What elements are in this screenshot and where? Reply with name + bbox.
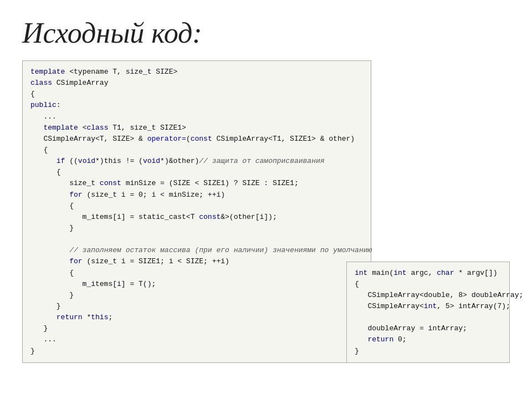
code-line: {	[30, 167, 363, 178]
code-line: {	[355, 279, 502, 290]
code-line	[355, 312, 502, 323]
main-code-box: template <typename T, size_t SIZE> class…	[22, 60, 371, 363]
code-line: public:	[30, 100, 363, 111]
code-line: return 0;	[355, 334, 502, 345]
code-line: int main(int argc, char * argv[])	[355, 268, 502, 279]
code-line: }	[355, 346, 502, 357]
code-line: {	[30, 89, 363, 100]
code-line: m_items[i] = T();	[30, 279, 363, 290]
code-line: }	[30, 346, 363, 357]
code-line: return *this;	[30, 312, 363, 323]
code-line: CSimpleArray<double, 8> doubleArray;	[355, 290, 502, 301]
code-line: }	[30, 323, 363, 334]
code-line: template <typename T, size_t SIZE>	[30, 66, 363, 78]
code-line: ...	[30, 111, 363, 122]
code-line: if ((void*)this != (void*)&other)// защи…	[30, 156, 363, 167]
code-line: for (size_t i = 0; i < minSize; ++i)	[30, 190, 363, 201]
page-title: Исходный код:	[22, 17, 510, 49]
code-line: size_t const minSize = (SIZE < SIZE1) ? …	[30, 178, 363, 189]
code-line: m_items[i] = static_cast<T const&>(other…	[30, 212, 363, 223]
page-container: Исходный код: template <typename T, size…	[0, 0, 532, 399]
code-line: ...	[30, 334, 363, 345]
secondary-code-box: int main(int argc, char * argv[]) { CSim…	[346, 262, 510, 363]
code-line: template <class T1, size_t SIZE1>	[30, 122, 363, 134]
code-line: }	[30, 290, 363, 301]
code-line: }	[30, 223, 363, 234]
code-line: for (size_t i = SIZE1; i < SIZE; ++i)	[30, 256, 363, 267]
code-line: // заполняем остаток массива (при его на…	[30, 245, 363, 256]
code-line: {	[30, 268, 363, 279]
code-area: template <typename T, size_t SIZE> class…	[22, 60, 510, 363]
code-line: CSimpleArray<int, 5> intArray(7);	[355, 301, 502, 312]
code-line: doubleArray = intArray;	[355, 323, 502, 334]
code-line: {	[30, 145, 363, 156]
code-line: CSimpleArray<T, SIZE> & operator=(const …	[30, 134, 363, 145]
code-line	[30, 234, 363, 245]
code-line: }	[30, 301, 363, 312]
code-line: {	[30, 201, 363, 212]
code-line: class CSimpleArray	[30, 78, 363, 89]
